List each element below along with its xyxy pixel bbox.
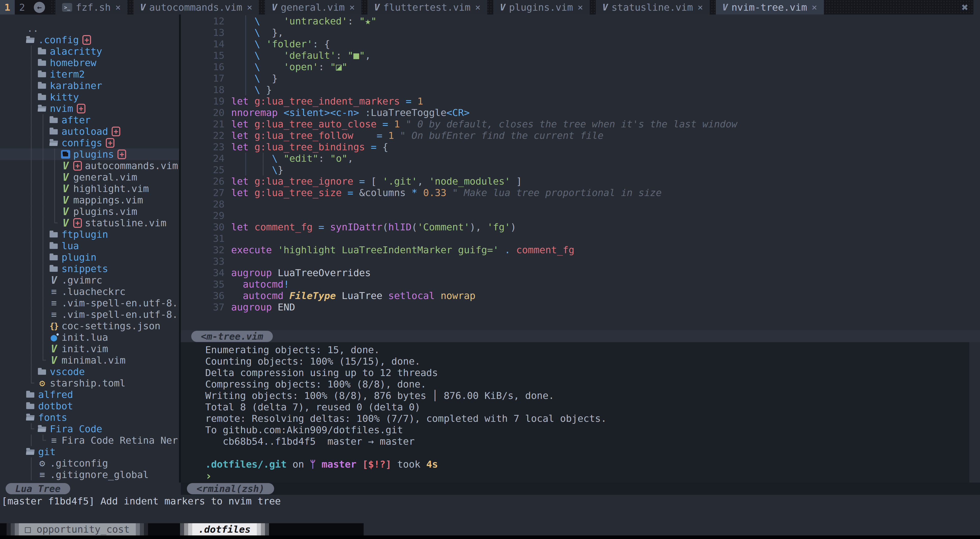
tree-item-..[interactable]: .. — [0, 22, 179, 34]
tree-item-label: .vim-spell-en.utf-8. — [62, 309, 178, 320]
line-number: 18 — [181, 84, 224, 95]
git-new-badge: + — [111, 127, 120, 136]
line-number: 31 — [181, 233, 224, 244]
line-number: 23 — [181, 142, 224, 153]
tree-item-ftplugin[interactable]: ││ftplugin — [0, 229, 179, 240]
tree-item-plugins[interactable]: │││plugins+ — [0, 148, 179, 160]
tree-item-general.vim[interactable]: │││Vgeneral.vim — [0, 171, 179, 183]
vim-icon: V — [272, 2, 277, 13]
tree-item-karabiner[interactable]: │karabiner — [0, 80, 179, 91]
code-line: 24 │ │ \ "edit": "o", — [181, 153, 980, 164]
none-icon — [25, 22, 27, 34]
tree-item-plugins.vim[interactable]: │││Vplugins.vim — [0, 206, 179, 217]
code-text: │ \ 'folder': { — [231, 38, 330, 50]
tree-item-highlight.vim[interactable]: │││Vhighlight.vim — [0, 183, 179, 194]
tab-fluttertest.vim[interactable]: Vfluttertest.vim× — [368, 0, 487, 14]
folder-open-icon — [37, 103, 47, 114]
tab-close-icon[interactable]: × — [115, 2, 121, 13]
terminal-pane[interactable]: Enumerating objects: 15, done.Counting o… — [181, 342, 969, 483]
code-line: 18 │ \ } — [181, 84, 980, 95]
tree-item-mappings.vim[interactable]: │││Vmappings.vim — [0, 194, 179, 206]
tree-item-init.lua[interactable]: ││●init.lua — [0, 332, 179, 343]
tree-item-.vim-spell-en.utf-8.[interactable]: ││≡.vim-spell-en.utf-8. — [0, 308, 179, 320]
code-text: nnoremap <silent><c-n> :LuaTreeToggle<CR… — [231, 107, 470, 118]
tree-item-vscode[interactable]: │vscode — [0, 366, 179, 377]
window-close-icon[interactable]: ✖ — [962, 0, 969, 14]
tree-item-label: ftplugin — [62, 229, 108, 240]
code-text: execute 'highlight LuaTreeIndentMarker g… — [231, 244, 574, 256]
tree-item-nvim[interactable]: │nvim+ — [0, 103, 179, 114]
tree-item-fonts[interactable]: fonts — [0, 412, 179, 423]
tmux-window--opportunity-cost[interactable]: □ opportunity_cost — [6, 523, 148, 536]
tree-item-coc-settings.json[interactable]: ││{}coc-settings.json — [0, 320, 179, 332]
tmux-window-.dotfiles[interactable]: .dotfiles — [180, 523, 269, 536]
tab-close-icon[interactable]: × — [812, 2, 817, 13]
window-separator[interactable] — [179, 14, 181, 483]
tree-item-label: coc-settings.json — [62, 320, 161, 332]
tree-item-.luacheckrc[interactable]: ││≡.luacheckrc — [0, 286, 179, 297]
tree-item-after[interactable]: ││after — [0, 114, 179, 126]
tree-item-minimal.vim[interactable]: │└Vminimal.vim — [0, 355, 179, 366]
tree-item-plugin[interactable]: ││plugin — [0, 251, 179, 263]
tab-close-icon[interactable]: × — [475, 2, 480, 13]
tree-item-label: .gitignore_global — [50, 469, 149, 480]
tab-plugins.vim[interactable]: Vplugins.vim× — [493, 0, 590, 14]
tree-item-homebrew[interactable]: │homebrew — [0, 57, 179, 68]
list-icon: ≡ — [49, 297, 59, 308]
tree-item-.gitignore_global[interactable]: │≡.gitignore_global — [0, 469, 179, 480]
editor-pane[interactable]: 12 │ \ 'untracked': "★"13 │ \ },14 │ \ '… — [181, 14, 980, 331]
tree-connector: │ — [49, 149, 60, 160]
code-line: 12 │ \ 'untracked': "★" — [181, 16, 980, 27]
tab-nvim-tree.vim[interactable]: Vnvim-tree.vim× — [716, 0, 824, 14]
tree-item-.vim-spell-en.utf-8.[interactable]: ││≡.vim-spell-en.utf-8. — [0, 297, 179, 308]
tree-item-label: vscode — [50, 366, 85, 377]
code-line: 23let g:lua_tree_bindings = { — [181, 142, 980, 153]
tree-connector: │ — [25, 263, 37, 274]
tab-autocommands.vim[interactable]: Vautocommands.vim× — [134, 0, 259, 14]
code-text: autocmd! — [231, 279, 290, 290]
tab-close-icon[interactable]: × — [247, 2, 253, 13]
tab-statusline.vim[interactable]: Vstatusline.vim× — [596, 0, 710, 14]
tree-item-Fira-Code[interactable]: └Fira Code — [0, 423, 179, 434]
tree-item-.gvimrc[interactable]: ││V.gvimrc — [0, 274, 179, 286]
list-icon: ≡ — [49, 286, 59, 297]
folder-open-icon — [25, 412, 36, 423]
gear-gray-icon: ⚙ — [37, 457, 47, 469]
tree-item-alfred[interactable]: alfred — [0, 389, 179, 400]
tree-item-.config[interactable]: .config+ — [0, 34, 179, 46]
tree-item-lua[interactable]: ││lua — [0, 240, 179, 251]
tab-fzf.sh[interactable]: >_fzf.sh× — [56, 0, 127, 14]
code-line: 15 │ \ 'default': "■", — [181, 50, 980, 61]
tree-connector: └ — [49, 217, 60, 229]
tree-item-autocommands.vim[interactable]: │││V+autocommands.vim — [0, 160, 179, 171]
tab-general.vim[interactable]: Vgeneral.vim× — [265, 0, 361, 14]
pane-number-1[interactable]: 1 — [0, 0, 15, 14]
tree-item-kitty[interactable]: │kitty — [0, 91, 179, 103]
code-text: │ \ } — [231, 73, 278, 84]
bottom-strip — [0, 536, 980, 539]
tree-item-iterm2[interactable]: │iterm2 — [0, 68, 179, 80]
tree-item-snippets[interactable]: ││snippets — [0, 263, 179, 274]
tree-item-statusline.vim[interactable]: ││└V+statusline.vim — [0, 217, 179, 229]
tab-close-icon[interactable]: × — [578, 2, 583, 13]
tree-connector: │ — [37, 343, 49, 355]
tree-item-Fira-Code-Retina-Ner[interactable]: │└≡Fira Code Retina Ner — [0, 434, 179, 446]
vim-icon: V — [722, 2, 728, 13]
pane-number-2[interactable]: 2 — [15, 0, 30, 14]
tree-item-.gitconfig[interactable]: │⚙.gitconfig — [0, 457, 179, 469]
tree-item-starship.toml[interactable]: └⚙starship.toml — [0, 377, 179, 389]
tab-close-icon[interactable]: × — [349, 2, 355, 13]
tab-close-icon[interactable]: × — [697, 2, 703, 13]
code-line: 33 — [181, 256, 980, 267]
tree-item-dotbot[interactable]: dotbot — [0, 400, 179, 412]
terminal-right-gutter — [969, 342, 980, 483]
back-button[interactable]: ← — [30, 0, 49, 14]
vim-icon: V — [602, 2, 608, 13]
folder-open-icon — [37, 423, 47, 434]
tree-item-alacritty[interactable]: │alacritty — [0, 46, 179, 57]
vim-icon: V — [49, 355, 59, 366]
tree-item-configs[interactable]: ││configs+ — [0, 137, 179, 148]
tree-item-init.vim[interactable]: ││Vinit.vim — [0, 343, 179, 355]
tree-item-autoload[interactable]: ││autoload+ — [0, 126, 179, 137]
tree-item-git[interactable]: git — [0, 446, 179, 457]
